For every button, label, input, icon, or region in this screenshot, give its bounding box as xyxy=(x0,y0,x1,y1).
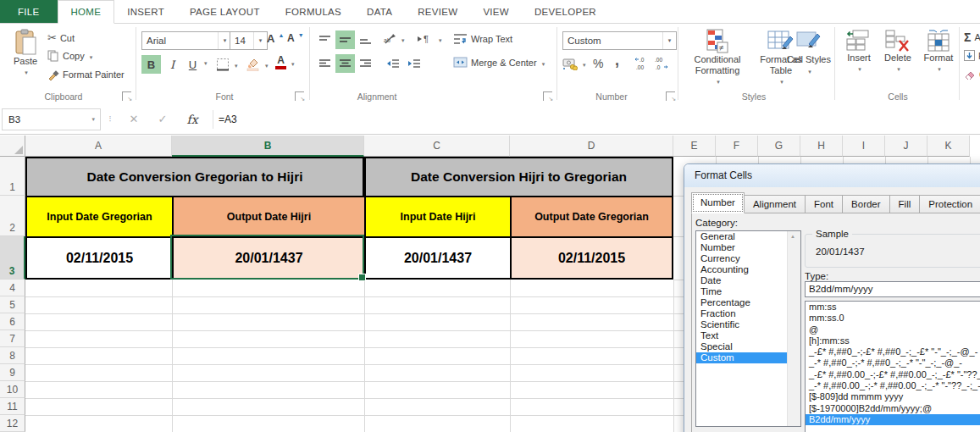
column-header-b[interactable]: B xyxy=(172,136,364,157)
fill-button[interactable]: Fill xyxy=(964,50,980,61)
align-middle-button[interactable] xyxy=(335,30,355,49)
fill-color-dropdown-icon[interactable] xyxy=(263,59,269,69)
borders-button[interactable] xyxy=(216,58,238,71)
cell-d3[interactable]: 02/11/2015 xyxy=(510,236,673,280)
text-direction-dropdown-icon[interactable] xyxy=(437,34,442,44)
conditional-formatting-dropdown-icon[interactable] xyxy=(715,75,720,86)
alignment-dialog-launcher[interactable] xyxy=(543,91,552,101)
underline-dropdown-icon[interactable] xyxy=(202,60,208,67)
type-option[interactable]: _-* #,##0.00_-;-* #,##0.00_-;_-* "-"??_-… xyxy=(806,380,980,391)
delete-dropdown-icon[interactable] xyxy=(895,63,900,73)
format-cells-button[interactable]: Format xyxy=(920,29,957,73)
orientation-dropdown-icon[interactable] xyxy=(400,34,405,44)
italic-button[interactable]: I xyxy=(163,55,182,74)
category-listbox[interactable]: GeneralNumberCurrencyAccountingDateTimeP… xyxy=(695,230,801,427)
type-option[interactable]: mm:ss.0 xyxy=(806,313,980,324)
accounting-format-button[interactable] xyxy=(562,57,586,70)
row-header-1[interactable]: 1 xyxy=(0,157,25,196)
category-option-number[interactable]: Number xyxy=(696,242,800,253)
category-option-accounting[interactable]: Accounting xyxy=(696,264,800,275)
increase-indent-button[interactable] xyxy=(404,54,424,73)
wrap-text-button[interactable]: Wrap Text xyxy=(453,33,512,45)
ribbon-tab-formulas[interactable]: FORMULAS xyxy=(273,0,354,23)
category-option-special[interactable]: Special xyxy=(696,341,800,352)
cancel-button[interactable]: ✕ xyxy=(119,113,148,125)
ribbon-tab-insert[interactable]: INSERT xyxy=(114,0,177,23)
type-option[interactable]: mm:ss xyxy=(806,302,980,313)
clear-button[interactable]: Cle xyxy=(964,69,980,80)
autosum-button[interactable]: Σ Au xyxy=(964,30,980,44)
cell-b2[interactable]: Output Date Hijri xyxy=(172,196,364,236)
category-option-scientific[interactable]: Scientific xyxy=(696,319,800,330)
align-left-button[interactable] xyxy=(315,54,335,73)
category-option-percentage[interactable]: Percentage xyxy=(696,297,800,308)
insert-dropdown-icon[interactable] xyxy=(856,63,861,73)
format-as-table-dropdown-icon[interactable] xyxy=(778,75,783,86)
align-center-button[interactable] xyxy=(335,54,355,73)
column-header-c[interactable]: C xyxy=(364,136,510,157)
dialog-title[interactable]: Format Cells xyxy=(684,164,980,187)
enter-button[interactable]: ✓ xyxy=(148,113,177,125)
ribbon-tab-home[interactable]: HOME xyxy=(58,0,115,24)
number-format-combo[interactable]: Custom ▾ xyxy=(562,31,677,50)
decrease-decimal-button[interactable]: .00.0 xyxy=(653,57,669,71)
column-header-a[interactable]: A xyxy=(25,136,172,157)
dialog-tab-border[interactable]: Border xyxy=(842,195,890,213)
type-input[interactable]: B2dd/mm/yyyy xyxy=(805,281,980,297)
shrink-font-button[interactable]: A▼ xyxy=(287,32,304,44)
align-bottom-button[interactable] xyxy=(356,30,375,49)
type-option[interactable]: _-£* #,##0_-;-£* #,##0_-;_-£* "-"_-;_-@_… xyxy=(806,346,980,357)
cell-a3[interactable]: 02/11/2015 xyxy=(25,236,172,280)
font-name-combo[interactable]: Arial ▾ xyxy=(141,31,232,50)
row-header-12[interactable]: 12 xyxy=(0,415,25,432)
merge-center-button[interactable]: Merge & Center xyxy=(453,57,545,68)
column-header-i[interactable]: I xyxy=(843,136,885,157)
category-scrollbar[interactable] xyxy=(787,231,800,426)
dialog-tab-protection[interactable]: Protection xyxy=(919,195,980,213)
dialog-tab-font[interactable]: Font xyxy=(805,195,843,213)
accounting-dropdown-icon[interactable] xyxy=(581,58,586,69)
copy-dropdown-icon[interactable] xyxy=(88,51,93,61)
font-color-dropdown-icon[interactable] xyxy=(290,58,295,68)
cell-c1-title-right[interactable]: Date Conversion Hijri to Gregorian xyxy=(364,157,673,196)
name-box-dropdown-icon[interactable]: ▾ xyxy=(91,116,95,123)
category-option-general[interactable]: General xyxy=(696,231,800,242)
ribbon-tab-view[interactable]: VIEW xyxy=(470,0,522,23)
cell-a2[interactable]: Input Date Gregorian xyxy=(25,196,172,236)
grow-font-button[interactable]: A▲ xyxy=(267,32,284,45)
font-size-combo[interactable]: 14 ▾ xyxy=(230,31,268,50)
font-size-dropdown-icon[interactable]: ▾ xyxy=(253,32,267,49)
insert-cells-button[interactable]: Insert xyxy=(840,29,878,73)
row-header-8[interactable]: 8 xyxy=(0,347,25,364)
orientation-button[interactable]: ab xyxy=(383,33,405,45)
column-header-k[interactable]: K xyxy=(927,136,970,157)
row-header-4[interactable]: 4 xyxy=(0,280,25,296)
ribbon-tab-data[interactable]: DATA xyxy=(354,0,405,23)
cell-d2[interactable]: Output Date Gregorian xyxy=(510,196,673,236)
paste-button[interactable]: Paste xyxy=(7,29,44,76)
decrease-indent-button[interactable] xyxy=(383,54,402,73)
cut-button[interactable]: ✂ Cut xyxy=(47,31,75,44)
font-color-button[interactable]: A xyxy=(275,56,295,69)
delete-cells-button[interactable]: Delete xyxy=(879,29,916,73)
format-painter-button[interactable]: Format Painter xyxy=(47,69,125,80)
cell-c3[interactable]: 20/01/1437 xyxy=(364,236,510,280)
column-header-g[interactable]: G xyxy=(758,136,800,157)
category-option-date[interactable]: Date xyxy=(696,275,800,286)
ribbon-tab-review[interactable]: REVIEW xyxy=(405,0,470,23)
category-option-custom[interactable]: Custom xyxy=(696,352,800,363)
increase-decimal-button[interactable]: .0.00 xyxy=(634,57,650,71)
row-header-2[interactable]: 2 xyxy=(0,196,25,236)
column-header-h[interactable]: H xyxy=(800,136,843,157)
type-option[interactable]: [$-809]dd mmmm yyyy xyxy=(806,391,980,402)
copy-button[interactable]: Copy xyxy=(47,50,92,62)
align-right-button[interactable] xyxy=(356,54,375,73)
dialog-tab-alignment[interactable]: Alignment xyxy=(744,195,806,213)
cell-styles-button[interactable]: Cell Styles xyxy=(786,29,832,75)
type-option[interactable]: B2dd/mm/yyyy xyxy=(806,414,980,425)
type-option[interactable]: [h]:mm:ss xyxy=(806,335,980,346)
category-option-fraction[interactable]: Fraction xyxy=(696,308,800,319)
formula-input[interactable]: =A3 xyxy=(219,114,237,125)
cell-c2[interactable]: Input Date Hijri xyxy=(364,196,510,236)
ribbon-tab-file[interactable]: FILE xyxy=(0,0,58,23)
